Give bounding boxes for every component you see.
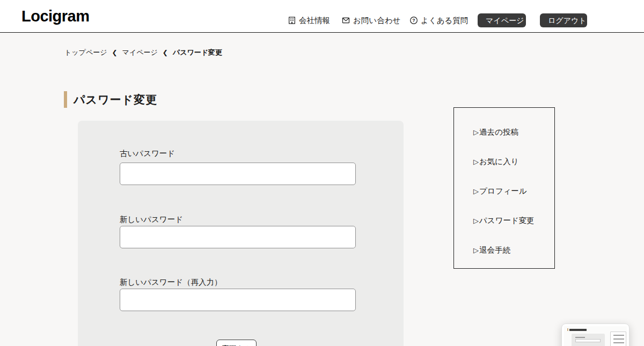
- page-preview-content: [564, 326, 627, 346]
- mail-icon: [341, 16, 350, 25]
- mini-side-menu: [610, 332, 626, 346]
- sidebar-item-past-posts[interactable]: ▷ 過去の投稿: [473, 127, 554, 137]
- mini-menu-line: [613, 342, 624, 343]
- mypage-button[interactable]: マイページ: [478, 13, 526, 27]
- svg-text:?: ?: [412, 18, 415, 23]
- sidebar-item-favorites[interactable]: ▷ お気に入り: [473, 157, 554, 167]
- mini-field-input: [575, 339, 601, 342]
- old-password-input[interactable]: [120, 163, 356, 185]
- change-password-submit-button[interactable]: 変更する: [216, 340, 257, 346]
- mypage-side-menu: ▷ 過去の投稿 ▷ お気に入り ▷ プロフィール ▷ パスワード変更 ▷ 退会手…: [453, 107, 555, 269]
- triangle-marker-icon: ▷: [473, 158, 479, 166]
- building-icon: [288, 16, 296, 25]
- breadcrumb-top-page[interactable]: トップページ: [64, 48, 107, 57]
- triangle-marker-icon: ▷: [473, 187, 479, 195]
- mini-page-title: [567, 328, 587, 331]
- nav-contact[interactable]: お問い合わせ: [341, 15, 400, 26]
- password-form-panel: 古いパスワード 新しいパスワード 新しいパスワード（再入力） 変更する: [78, 121, 404, 346]
- old-password-label: 古いパスワード: [120, 149, 175, 159]
- breadcrumb-separator-icon: ❮: [163, 49, 168, 56]
- nav-faq[interactable]: ? よくある質問: [409, 15, 468, 26]
- page-preview-thumbnail[interactable]: [561, 323, 630, 346]
- mini-menu-line: [613, 335, 624, 336]
- nav-company-info-label: 会社情報: [299, 16, 330, 26]
- mini-menu-line: [613, 338, 624, 340]
- triangle-marker-icon: ▷: [473, 128, 479, 136]
- mini-title-text-bar: [569, 329, 587, 331]
- page-title: パスワード変更: [74, 92, 157, 107]
- breadcrumb-separator-icon: ❮: [112, 49, 118, 56]
- header: Locigram 会社情報 お問い合わ: [0, 0, 644, 33]
- question-icon: ?: [409, 16, 418, 25]
- sidebar-item-label: お気に入り: [479, 157, 519, 167]
- sidebar-item-label: 退会手続: [479, 245, 510, 255]
- new-password-confirm-input[interactable]: [120, 289, 356, 311]
- new-password-confirm-label: 新しいパスワード（再入力）: [120, 277, 222, 288]
- triangle-marker-icon: ▷: [473, 246, 479, 254]
- sidebar-item-label: パスワード変更: [479, 216, 535, 226]
- sidebar-item-label: 過去の投稿: [479, 127, 518, 137]
- breadcrumb-current-page: パスワード変更: [173, 48, 222, 57]
- site-logo[interactable]: Locigram: [21, 8, 90, 25]
- nav-company-info[interactable]: 会社情報: [288, 15, 330, 26]
- nav-contact-label: お問い合わせ: [353, 16, 400, 26]
- sidebar-item-profile[interactable]: ▷ プロフィール: [473, 186, 554, 196]
- new-password-input[interactable]: [120, 226, 356, 248]
- title-accent-bar: [64, 91, 67, 108]
- nav-faq-label: よくある質問: [421, 16, 468, 26]
- triangle-marker-icon: ▷: [473, 217, 479, 225]
- sidebar-item-label: プロフィール: [479, 186, 527, 196]
- sidebar-item-withdrawal[interactable]: ▷ 退会手続: [473, 245, 554, 255]
- sidebar-item-password-change[interactable]: ▷ パスワード変更: [473, 216, 554, 226]
- page-root: Locigram 会社情報 お問い合わ: [0, 0, 644, 346]
- logout-button[interactable]: ログアウト: [540, 13, 587, 27]
- mini-field-label: [575, 337, 585, 338]
- mini-title-accent-bar: [567, 328, 568, 331]
- mini-form-panel: [572, 334, 605, 346]
- new-password-label: 新しいパスワード: [120, 215, 183, 225]
- breadcrumb-my-page[interactable]: マイページ: [122, 48, 158, 57]
- page-title-block: パスワード変更: [64, 91, 157, 108]
- breadcrumb: トップページ ❮ マイページ ❮ パスワード変更: [64, 48, 222, 57]
